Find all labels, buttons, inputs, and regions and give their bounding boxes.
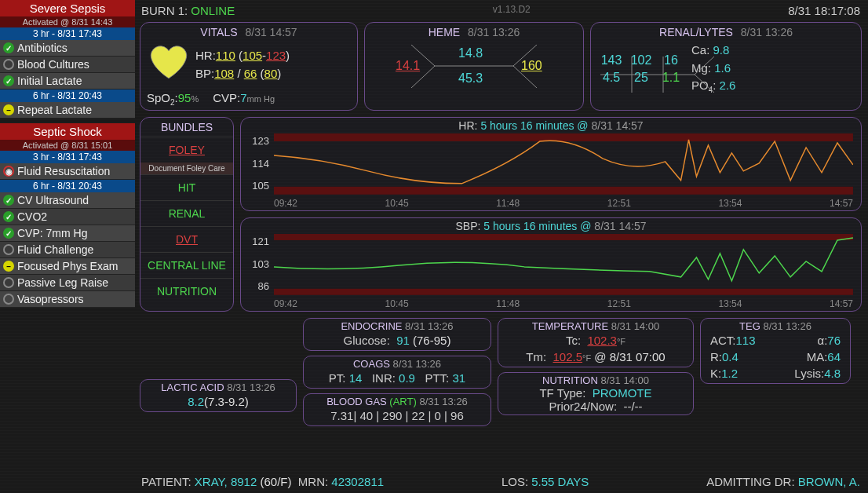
xtick-label: 12:51 — [607, 198, 631, 209]
coags-panel[interactable]: COAGS 8/31 13:26 PT: 14 INR: 0.9 PTT: 31 — [303, 356, 491, 389]
bundle-item[interactable]: DVT — [140, 226, 233, 252]
bundle-item[interactable]: NUTRITION — [140, 278, 233, 304]
task-label: Repeat Lactate — [17, 104, 92, 116]
sepsis-6h-bar: 6 hr - 8/31 20:43 — [0, 89, 135, 102]
renal-panel[interactable]: RENAL/LYTES 8/31 13:26 143 102 16 4.5 25… — [590, 22, 862, 111]
task-label: Vasopressors — [17, 293, 84, 305]
xtick-label: 14:57 — [830, 298, 853, 309]
task-item[interactable]: ✓Antibiotics — [0, 40, 135, 57]
task-label: Antibiotics — [17, 42, 67, 54]
bloodgas-panel[interactable]: BLOOD GAS (ART) 8/31 13:26 7.31| 40 | 29… — [303, 393, 491, 426]
task-item[interactable]: –Repeat Lactate — [0, 102, 135, 119]
target-status-icon: ◉ — [3, 166, 14, 177]
vitals-title: VITALS — [200, 26, 237, 38]
none-status-icon — [3, 59, 14, 70]
shock-6h-bar: 6 hr - 8/31 20:43 — [0, 180, 135, 192]
svg-rect-3 — [274, 289, 853, 295]
sidebar: Severe Sepsis Activated @ 8/31 14:43 3 h… — [0, 0, 135, 308]
xtick-label: 13:54 — [718, 198, 742, 209]
vitals-ts: 8/31 14:57 — [245, 26, 297, 38]
version-label: v1.13.D2 — [493, 4, 531, 17]
footer: PATIENT: XRAY, 8912 (60/F) MRN: 42302811… — [141, 475, 860, 488]
xtick-label: 09:42 — [274, 298, 297, 309]
xtick-label: 14:57 — [830, 198, 853, 209]
svg-rect-2 — [274, 234, 853, 240]
pending-status-icon: – — [3, 261, 14, 272]
task-item[interactable]: ✓CV Ultrasound — [0, 192, 135, 209]
task-item[interactable]: ✓Initial Lactate — [0, 73, 135, 89]
task-label: CVO2 — [17, 210, 47, 223]
shock-3h-bar: 3 hr - 8/31 17:43 — [0, 151, 135, 163]
sepsis-header[interactable]: Severe Sepsis — [0, 0, 135, 16]
xtick-label: 09:42 — [274, 198, 297, 209]
clock: 8/31 18:17:08 — [788, 4, 860, 17]
svg-rect-1 — [274, 187, 853, 195]
sbp-chart-plot — [274, 234, 853, 295]
ok-status-icon: ✓ — [3, 75, 14, 86]
xtick-label: 10:45 — [385, 198, 409, 209]
task-label: Fluid Challenge — [17, 243, 93, 256]
sbp-chart[interactable]: SBP: 5 hours 16 minutes @ 8/31 14:57 121… — [240, 217, 862, 312]
main-area: VITALS 8/31 14:57 HR:110 (105-123) BP:10… — [140, 22, 862, 426]
bundle-item[interactable]: FOLEY — [140, 137, 233, 163]
hr-chart[interactable]: HR: 5 hours 16 minutes @ 8/31 14:57 123 … — [240, 117, 862, 211]
task-label: Focused Phys Exam — [17, 260, 118, 272]
shock-header[interactable]: Septic Shock — [0, 123, 135, 140]
task-label: Blood Cultures — [17, 58, 89, 71]
vitals-panel[interactable]: VITALS 8/31 14:57 HR:110 (105-123) BP:10… — [140, 22, 358, 111]
sepsis-activated: Activated @ 8/31 14:43 — [0, 16, 135, 27]
top-bar: BURN 1: ONLINE v1.13.D2 8/31 18:17:08 — [141, 4, 860, 17]
heart-icon — [147, 38, 191, 91]
task-item[interactable]: ◉Fluid Resuscitation — [0, 163, 135, 180]
task-item[interactable]: ✓CVP: 7mm Hg — [0, 225, 135, 242]
teg-panel[interactable]: TEG 8/31 13:26 ACT:113 α:76 R:0.4 MA:64 … — [700, 318, 851, 384]
ok-status-icon: ✓ — [3, 211, 14, 222]
lactic-panel[interactable]: LACTIC ACID 8/31 13:26 8.2(7.3-9.2) — [140, 379, 297, 412]
xtick-label: 11:48 — [496, 298, 520, 309]
ok-status-icon: ✓ — [3, 228, 14, 239]
none-status-icon — [3, 294, 14, 305]
hr-chart-plot — [274, 133, 853, 195]
task-item[interactable]: ✓CVO2 — [0, 209, 135, 225]
endocrine-panel[interactable]: ENDOCRINE 8/31 13:26 Glucose: 91 (76-95) — [303, 318, 491, 351]
task-label: CV Ultrasound — [17, 194, 89, 206]
ok-status-icon: ✓ — [3, 195, 14, 206]
none-status-icon — [3, 244, 14, 255]
unit-label: BURN 1: — [141, 4, 188, 17]
none-status-icon — [3, 277, 14, 288]
task-label: Fluid Resuscitation — [17, 165, 110, 177]
task-item[interactable]: Passive Leg Raise — [0, 275, 135, 291]
temperature-panel[interactable]: TEMPERATURE 8/31 14:00 Tc: 102.3°F Tm: 1… — [498, 318, 694, 367]
bundle-note: Document Foley Care — [140, 163, 233, 174]
bundle-item[interactable]: CENTRAL LINE — [140, 252, 233, 278]
pending-status-icon: – — [3, 104, 14, 115]
sepsis-3h-bar: 3 hr - 8/31 17:43 — [0, 27, 135, 40]
bundle-item[interactable]: HIT — [140, 174, 233, 200]
task-item[interactable]: Vasopressors — [0, 291, 135, 308]
xtick-label: 11:48 — [496, 198, 520, 209]
task-label: Initial Lactate — [17, 75, 82, 87]
task-item[interactable]: Fluid Challenge — [0, 242, 135, 258]
bundle-item[interactable]: RENAL — [140, 200, 233, 226]
online-status: ONLINE — [191, 4, 235, 17]
task-label: CVP: 7mm Hg — [17, 227, 87, 239]
bundles-panel: BUNDLES FOLEYDocument Foley CareHITRENAL… — [140, 117, 234, 312]
xtick-label: 10:45 — [385, 298, 409, 309]
task-item[interactable]: –Focused Phys Exam — [0, 258, 135, 275]
xtick-label: 13:54 — [718, 298, 742, 309]
ok-status-icon: ✓ — [3, 42, 14, 53]
nutrition-panel[interactable]: NUTRITION 8/31 14:00 TF Type: PROMOTE Pr… — [498, 372, 694, 415]
task-label: Passive Leg Raise — [17, 276, 108, 289]
shock-activated: Activated @ 8/31 15:01 — [0, 140, 135, 151]
svg-rect-0 — [274, 133, 853, 141]
xtick-label: 12:51 — [607, 298, 631, 309]
heme-panel[interactable]: HEME 8/31 13:26 14.1 14.8 45.3 160 — [364, 22, 584, 111]
task-item[interactable]: Blood Cultures — [0, 57, 135, 73]
